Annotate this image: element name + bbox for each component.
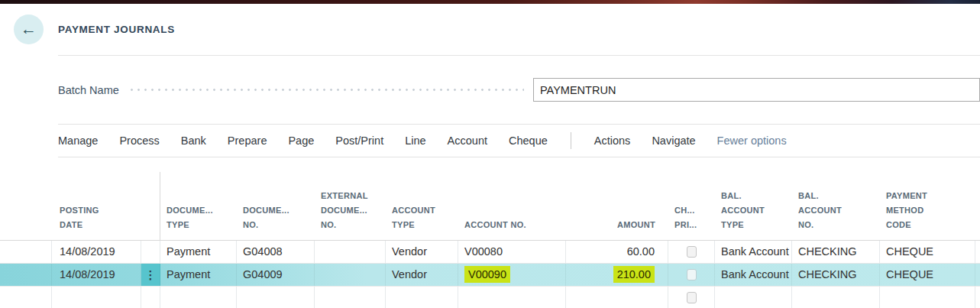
amount-cell[interactable]: 60.00 (566, 241, 668, 263)
column-header-gutter (0, 172, 52, 240)
column-header-bal-account-type[interactable]: BAL. ACCOUNT TYPE (715, 172, 792, 240)
table-header-row: POSTING DATE DOCUME... TYPE DOCUME... NO… (0, 172, 980, 241)
menu-item-bank[interactable]: Bank (181, 135, 206, 147)
bal-account-type-cell[interactable]: Bank Account (715, 264, 792, 286)
column-header-account-no[interactable]: ACCOUNT NO. (458, 172, 566, 240)
external-document-no-cell[interactable] (315, 287, 386, 308)
account-type-cell[interactable] (386, 287, 458, 308)
account-no-cell[interactable]: V00080 (458, 241, 566, 263)
menu-item-cheque[interactable]: Cheque (509, 135, 548, 147)
check-printed-checkbox[interactable] (687, 292, 697, 303)
document-type-cell[interactable] (160, 287, 237, 308)
document-type-cell[interactable]: Payment (160, 241, 237, 263)
menu-item-manage[interactable]: Manage (58, 135, 98, 147)
payment-method-code-cell[interactable]: CHEQUE (880, 264, 975, 286)
external-document-no-cell[interactable] (315, 241, 386, 263)
bal-account-no-cell[interactable]: CHECKING (792, 241, 880, 263)
bal-account-type-cell[interactable]: Bank Account (715, 241, 792, 263)
column-header-bal-account-no[interactable]: BAL. ACCOUNT NO. (792, 172, 880, 240)
annotation-highlight: V00090 (464, 266, 510, 283)
row-filler-cell (975, 264, 980, 286)
column-header-document-no[interactable]: DOCUME... NO. (237, 172, 315, 240)
column-header-amount[interactable]: AMOUNT (566, 172, 668, 240)
menu-item-page[interactable]: Page (288, 135, 314, 147)
column-header-check-printed[interactable]: CH... PRI... (668, 172, 715, 240)
row-gutter-cell[interactable] (0, 287, 52, 308)
column-header-row-marker (141, 172, 160, 240)
journal-lines-table: POSTING DATE DOCUME... TYPE DOCUME... NO… (0, 172, 980, 308)
annotation-highlight: 210.00 (613, 266, 655, 283)
document-no-cell[interactable]: G04008 (237, 241, 315, 263)
table-row: 14/08/2019 Payment G04008 Vendor V00080 … (0, 241, 980, 264)
table-row-selected: 14/08/2019 ⋮ Payment G04009 Vendor V0009… (0, 264, 980, 287)
column-header-posting-date[interactable]: POSTING DATE (52, 172, 141, 240)
row-options-ellipsis-icon: ⋮ (145, 269, 157, 280)
account-type-cell[interactable]: Vendor (386, 264, 458, 286)
back-button[interactable]: ← (14, 15, 44, 44)
batch-name-row: Batch Name (0, 56, 980, 124)
menu-item-navigate[interactable]: Navigate (652, 135, 695, 147)
menu-item-account[interactable]: Account (448, 135, 487, 147)
row-gutter-cell[interactable] (0, 241, 52, 263)
action-bar: Manage Process Bank Prepare Page Post/Pr… (58, 124, 980, 157)
row-filler-cell (975, 287, 980, 308)
posting-date-cell[interactable]: 14/08/2019 (52, 241, 141, 263)
row-marker-cell[interactable]: ⋮ (141, 264, 160, 286)
arrow-left-icon: ← (21, 21, 37, 37)
batch-name-input[interactable] (533, 78, 980, 102)
menu-item-process[interactable]: Process (119, 135, 159, 147)
check-printed-checkbox[interactable] (687, 269, 697, 280)
bal-account-no-cell[interactable]: CHECKING (792, 264, 880, 286)
row-filler-cell (975, 241, 980, 263)
menu-item-line[interactable]: Line (405, 135, 425, 147)
fewer-options-link[interactable]: Fewer options (717, 135, 787, 147)
row-marker-cell[interactable] (141, 287, 160, 308)
table-row-empty (0, 287, 980, 308)
batch-name-label: Batch Name (58, 84, 119, 96)
page-header: ← PAYMENT JOURNALS (0, 4, 980, 55)
bal-account-type-cell[interactable] (715, 287, 792, 308)
bal-account-no-cell[interactable] (792, 287, 880, 308)
page-title: PAYMENT JOURNALS (58, 24, 175, 35)
check-printed-cell (668, 264, 715, 286)
document-no-cell[interactable]: G04009 (237, 264, 315, 286)
payment-method-code-cell[interactable] (880, 287, 975, 308)
menu-item-actions[interactable]: Actions (594, 135, 631, 147)
amount-cell[interactable]: 210.00 (566, 264, 668, 286)
menu-item-prepare[interactable]: Prepare (228, 135, 267, 147)
account-type-cell[interactable]: Vendor (386, 241, 458, 263)
menu-item-post-print[interactable]: Post/Print (335, 135, 383, 147)
menu-separator (571, 132, 571, 149)
column-header-external-document-no[interactable]: EXTERNAL DOCUME... NO. (315, 172, 386, 240)
row-gutter-cell[interactable] (0, 264, 52, 286)
column-header-filler (975, 172, 980, 240)
account-no-cell[interactable] (458, 287, 566, 308)
account-no-cell[interactable]: V00090 (458, 264, 566, 286)
amount-cell[interactable] (566, 287, 668, 308)
column-header-payment-method-code[interactable]: PAYMENT METHOD CODE (880, 172, 975, 240)
document-type-cell[interactable]: Payment (160, 264, 237, 286)
check-printed-cell (668, 241, 715, 263)
posting-date-cell[interactable]: 14/08/2019 (52, 264, 141, 286)
document-no-cell[interactable] (237, 287, 315, 308)
column-header-document-type[interactable]: DOCUME... TYPE (160, 172, 237, 240)
column-header-account-type[interactable]: ACCOUNT TYPE (386, 172, 458, 240)
payment-method-code-cell[interactable]: CHEQUE (880, 241, 975, 263)
check-printed-checkbox[interactable] (687, 246, 697, 258)
posting-date-cell[interactable] (52, 287, 141, 308)
check-printed-cell (668, 287, 715, 308)
dotted-leader (128, 78, 524, 102)
row-marker-cell[interactable] (141, 241, 160, 263)
external-document-no-cell[interactable] (315, 264, 386, 286)
